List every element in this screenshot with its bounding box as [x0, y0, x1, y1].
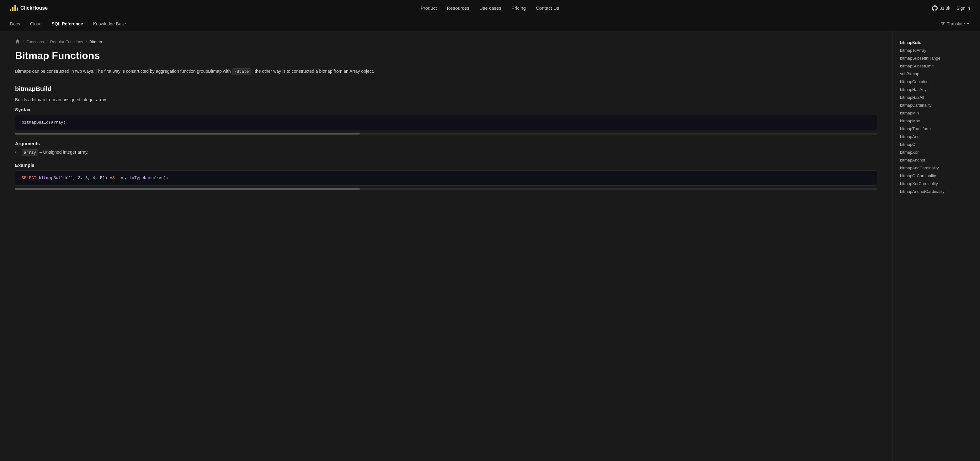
- intro-text: Bitmaps can be constructed in two ways. …: [15, 68, 877, 75]
- section-bitmapbuild: bitmapBuild Builds a bitmap from an unsi…: [15, 85, 877, 190]
- breadcrumb-home[interactable]: [15, 39, 20, 45]
- breadcrumb-sep-1: /: [22, 40, 24, 44]
- page-title: Bitmap Functions: [15, 50, 877, 62]
- syntax-label: Syntax: [15, 107, 877, 112]
- breadcrumb-sep-3: /: [86, 40, 87, 44]
- github-icon: [932, 5, 938, 11]
- fn-totypename: toTypeName: [129, 176, 154, 180]
- main-content: / Functions / Regular Functions / Bitmap…: [0, 31, 892, 461]
- argument-code-array: array: [22, 149, 38, 156]
- breadcrumb-current: Bitmap: [89, 40, 102, 44]
- chevron-down-icon: [966, 22, 970, 26]
- example-label: Example: [15, 162, 877, 168]
- toc-item-subbitmap[interactable]: subBitmap: [897, 70, 969, 78]
- nav-contact[interactable]: Contact Us: [536, 5, 559, 11]
- nav-product[interactable]: Product: [421, 5, 437, 11]
- github-button[interactable]: 31.8k: [932, 5, 950, 11]
- top-nav-right: 31.8k Sign in: [932, 5, 970, 11]
- intro-end: , the other way is to constructed a bitm…: [252, 69, 374, 74]
- logo-link[interactable]: ClickHouse: [10, 5, 48, 11]
- syntax-scrollbar[interactable]: [15, 133, 877, 135]
- toc-item-bitmapandnotcardinality[interactable]: bitmapAndnotCardinality: [897, 188, 969, 195]
- page-layout: / Functions / Regular Functions / Bitmap…: [0, 31, 980, 461]
- kw-as: AS: [110, 176, 115, 180]
- toc-item-bitmapcontains[interactable]: bitmapContains: [897, 78, 969, 85]
- toc-item-bitmapsubsetlimit[interactable]: bitmapSubsetLimit: [897, 62, 969, 70]
- section-description-bitmapbuild: Builds a bitmap from an unsigned integer…: [15, 96, 877, 103]
- section-title-bitmapbuild: bitmapBuild: [15, 85, 877, 92]
- example-code-block: SELECT bitmapBuild([1, 2, 3, 4, 5]) AS r…: [15, 170, 877, 186]
- breadcrumb-sep-2: /: [46, 40, 48, 44]
- toc-item-bitmapcardinality[interactable]: bitmapCardinality: [897, 102, 969, 109]
- logo-text: ClickHouse: [21, 5, 48, 11]
- nav-cloud[interactable]: Cloud: [30, 21, 42, 26]
- nav-resources[interactable]: Resources: [447, 5, 469, 11]
- example-scrollbar-thumb: [15, 188, 360, 190]
- main-nav: Product Resources Use cases Pricing Cont…: [421, 5, 559, 11]
- syntax-scrollbar-thumb: [15, 133, 360, 135]
- secondary-nav-links: Docs Cloud SQL Reference Knowledge Base: [10, 21, 126, 26]
- secondary-nav: Docs Cloud SQL Reference Knowledge Base …: [0, 16, 980, 31]
- toc-item-bitmaptoarray[interactable]: bitmapToArray: [897, 47, 969, 54]
- toc-item-bitmaphasall[interactable]: bitmapHasAll: [897, 94, 969, 101]
- toc-item-bitmapbuild[interactable]: bitmapBuild: [897, 39, 969, 46]
- toc-item-bitmapmax[interactable]: bitmapMax: [897, 117, 969, 124]
- toc-item-bitmaphasany[interactable]: bitmapHasAny: [897, 86, 969, 93]
- toc-item-bitmapandcardinality[interactable]: bitmapAndCardinality: [897, 164, 969, 172]
- toc-item-bitmapsubsetinrange[interactable]: bitmapSubsetInRange: [897, 54, 969, 62]
- sign-in-button[interactable]: Sign in: [956, 6, 970, 11]
- intro-start: Bitmaps can be constructed in two ways. …: [15, 69, 231, 74]
- inline-code-state: -State: [232, 68, 251, 75]
- breadcrumb: / Functions / Regular Functions / Bitmap: [15, 39, 877, 45]
- toc-item-bitmapand[interactable]: bitmapAnd: [897, 133, 969, 140]
- example-scrollbar[interactable]: [15, 188, 877, 190]
- fn-bitmapbuild: bitmapBuild: [39, 176, 66, 180]
- right-sidebar-toc: bitmapBuild bitmapToArray bitmapSubsetIn…: [892, 31, 974, 461]
- logo-icon: [10, 5, 18, 11]
- toc-item-bitmapandnot[interactable]: bitmapAndnot: [897, 156, 969, 164]
- argument-content: array – Unsigned integer array.: [22, 149, 89, 156]
- syntax-code-block: bitmapBuild(array): [15, 115, 877, 130]
- argument-item-array: array – Unsigned integer array.: [15, 149, 877, 156]
- toc-item-bitmapmin[interactable]: bitmapMin: [897, 110, 969, 117]
- kw-select: SELECT: [22, 176, 37, 180]
- example-code: SELECT bitmapBuild([1, 2, 3, 4, 5]) AS r…: [22, 176, 870, 180]
- translate-label: Translate: [947, 21, 965, 26]
- nav-knowledge-base[interactable]: Knowledge Base: [93, 21, 126, 26]
- top-nav: ClickHouse Product Resources Use cases P…: [0, 0, 980, 16]
- arguments-list: array – Unsigned integer array.: [15, 149, 877, 156]
- toc-item-bitmapxor[interactable]: bitmapXor: [897, 149, 969, 156]
- nav-use-cases[interactable]: Use cases: [479, 5, 501, 11]
- translate-button[interactable]: Translate: [940, 21, 970, 26]
- toc-item-bitmapxorcardinality[interactable]: bitmapXorCardinality: [897, 180, 969, 187]
- nav-pricing[interactable]: Pricing: [511, 5, 526, 11]
- breadcrumb-functions[interactable]: Functions: [26, 40, 44, 44]
- argument-desc-array: – Unsigned integer array.: [40, 149, 89, 154]
- toc-item-bitmaptransform[interactable]: bitmapTransform: [897, 125, 969, 132]
- breadcrumb-regular-functions[interactable]: Regular Functions: [50, 40, 83, 44]
- home-icon: [15, 39, 20, 44]
- toc-item-bitmaporcardinality[interactable]: bitmapOrCardinality: [897, 172, 969, 180]
- nav-sql-reference[interactable]: SQL Reference: [52, 21, 83, 26]
- nav-docs[interactable]: Docs: [10, 21, 20, 26]
- syntax-code: bitmapBuild(array): [22, 120, 870, 125]
- github-stars: 31.8k: [940, 6, 950, 11]
- arguments-label: Arguments: [15, 141, 877, 146]
- translate-icon: [940, 21, 945, 26]
- toc-item-bitmapor[interactable]: bitmapOr: [897, 141, 969, 148]
